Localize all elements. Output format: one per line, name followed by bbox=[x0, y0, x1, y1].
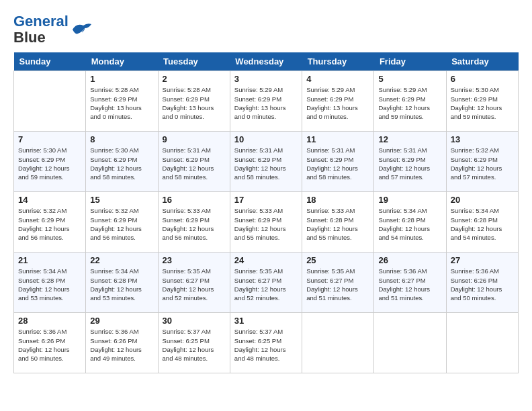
logo-text: GeneralBlue bbox=[13, 13, 69, 46]
calendar-cell: 22Sunrise: 5:34 AMSunset: 6:28 PMDayligh… bbox=[86, 253, 158, 313]
day-number: 23 bbox=[163, 255, 226, 265]
column-header-tuesday: Tuesday bbox=[158, 52, 230, 71]
day-info: Sunrise: 5:36 AMSunset: 6:27 PMDaylight:… bbox=[378, 267, 441, 302]
day-number: 6 bbox=[451, 74, 514, 84]
day-info: Sunrise: 5:37 AMSunset: 6:25 PMDaylight:… bbox=[163, 327, 226, 363]
calendar-cell: 11Sunrise: 5:31 AMSunset: 6:29 PMDayligh… bbox=[302, 132, 374, 192]
day-info: Sunrise: 5:34 AMSunset: 6:28 PMDaylight:… bbox=[378, 206, 441, 242]
calendar-cell: 28Sunrise: 5:36 AMSunset: 6:26 PMDayligh… bbox=[14, 313, 86, 373]
day-number: 25 bbox=[306, 255, 369, 265]
calendar-cell bbox=[446, 313, 518, 373]
day-info: Sunrise: 5:34 AMSunset: 6:28 PMDaylight:… bbox=[451, 206, 514, 242]
day-number: 30 bbox=[163, 316, 226, 326]
day-info: Sunrise: 5:32 AMSunset: 6:29 PMDaylight:… bbox=[18, 206, 81, 242]
day-info: Sunrise: 5:34 AMSunset: 6:28 PMDaylight:… bbox=[90, 267, 153, 302]
calendar-cell: 10Sunrise: 5:31 AMSunset: 6:29 PMDayligh… bbox=[230, 132, 302, 192]
calendar-cell: 5Sunrise: 5:29 AMSunset: 6:29 PMDaylight… bbox=[374, 71, 446, 132]
calendar-week-row: 14Sunrise: 5:32 AMSunset: 6:29 PMDayligh… bbox=[14, 192, 519, 253]
day-number: 11 bbox=[306, 134, 369, 144]
day-number: 1 bbox=[90, 74, 153, 84]
calendar-cell: 29Sunrise: 5:36 AMSunset: 6:26 PMDayligh… bbox=[86, 313, 158, 373]
calendar-cell: 18Sunrise: 5:33 AMSunset: 6:28 PMDayligh… bbox=[302, 192, 374, 253]
calendar-week-row: 28Sunrise: 5:36 AMSunset: 6:26 PMDayligh… bbox=[14, 313, 519, 373]
calendar-cell: 2Sunrise: 5:28 AMSunset: 6:29 PMDaylight… bbox=[158, 71, 230, 132]
day-info: Sunrise: 5:37 AMSunset: 6:25 PMDaylight:… bbox=[234, 327, 298, 363]
day-number: 12 bbox=[378, 134, 441, 144]
calendar-cell: 6Sunrise: 5:30 AMSunset: 6:29 PMDaylight… bbox=[446, 71, 518, 132]
day-number: 4 bbox=[306, 74, 369, 84]
calendar-cell: 14Sunrise: 5:32 AMSunset: 6:29 PMDayligh… bbox=[14, 192, 86, 253]
day-info: Sunrise: 5:35 AMSunset: 6:27 PMDaylight:… bbox=[234, 267, 298, 302]
day-info: Sunrise: 5:31 AMSunset: 6:29 PMDaylight:… bbox=[378, 146, 441, 181]
day-number: 21 bbox=[18, 255, 81, 265]
day-info: Sunrise: 5:35 AMSunset: 6:27 PMDaylight:… bbox=[163, 267, 226, 302]
calendar-header-row: SundayMondayTuesdayWednesdayThursdayFrid… bbox=[14, 52, 519, 71]
calendar-cell: 27Sunrise: 5:36 AMSunset: 6:26 PMDayligh… bbox=[446, 253, 518, 313]
column-header-thursday: Thursday bbox=[302, 52, 374, 71]
calendar-week-row: 7Sunrise: 5:30 AMSunset: 6:29 PMDaylight… bbox=[14, 132, 519, 192]
calendar-week-row: 1Sunrise: 5:28 AMSunset: 6:29 PMDaylight… bbox=[14, 71, 519, 132]
day-info: Sunrise: 5:36 AMSunset: 6:26 PMDaylight:… bbox=[18, 327, 81, 363]
calendar-cell: 13Sunrise: 5:32 AMSunset: 6:29 PMDayligh… bbox=[446, 132, 518, 192]
day-number: 19 bbox=[378, 195, 441, 205]
day-info: Sunrise: 5:30 AMSunset: 6:29 PMDaylight:… bbox=[451, 85, 514, 121]
day-number: 7 bbox=[18, 134, 81, 144]
page-header: GeneralBlue bbox=[13, 13, 519, 46]
column-header-wednesday: Wednesday bbox=[230, 52, 302, 71]
day-number: 3 bbox=[234, 74, 298, 84]
day-number: 17 bbox=[234, 195, 298, 205]
calendar-cell: 23Sunrise: 5:35 AMSunset: 6:27 PMDayligh… bbox=[158, 253, 230, 313]
day-info: Sunrise: 5:31 AMSunset: 6:29 PMDaylight:… bbox=[234, 146, 298, 181]
calendar-cell: 16Sunrise: 5:33 AMSunset: 6:29 PMDayligh… bbox=[158, 192, 230, 253]
calendar-cell: 21Sunrise: 5:34 AMSunset: 6:28 PMDayligh… bbox=[14, 253, 86, 313]
day-number: 22 bbox=[90, 255, 153, 265]
day-number: 18 bbox=[306, 195, 369, 205]
logo: GeneralBlue bbox=[13, 13, 93, 46]
day-number: 10 bbox=[234, 134, 298, 144]
calendar-cell: 24Sunrise: 5:35 AMSunset: 6:27 PMDayligh… bbox=[230, 253, 302, 313]
day-info: Sunrise: 5:31 AMSunset: 6:29 PMDaylight:… bbox=[306, 146, 369, 181]
column-header-sunday: Sunday bbox=[14, 52, 86, 71]
day-number: 31 bbox=[234, 316, 298, 326]
day-info: Sunrise: 5:29 AMSunset: 6:29 PMDaylight:… bbox=[306, 85, 369, 121]
day-number: 24 bbox=[234, 255, 298, 265]
column-header-friday: Friday bbox=[374, 52, 446, 71]
calendar-cell: 20Sunrise: 5:34 AMSunset: 6:28 PMDayligh… bbox=[446, 192, 518, 253]
day-number: 13 bbox=[451, 134, 514, 144]
day-info: Sunrise: 5:36 AMSunset: 6:26 PMDaylight:… bbox=[90, 327, 153, 363]
calendar-cell: 8Sunrise: 5:30 AMSunset: 6:29 PMDaylight… bbox=[86, 132, 158, 192]
day-info: Sunrise: 5:28 AMSunset: 6:29 PMDaylight:… bbox=[163, 85, 226, 121]
calendar-cell: 3Sunrise: 5:29 AMSunset: 6:29 PMDaylight… bbox=[230, 71, 302, 132]
day-number: 14 bbox=[18, 195, 81, 205]
day-number: 8 bbox=[90, 134, 153, 144]
calendar-cell bbox=[302, 313, 374, 373]
day-info: Sunrise: 5:33 AMSunset: 6:28 PMDaylight:… bbox=[306, 206, 369, 242]
calendar-cell: 9Sunrise: 5:31 AMSunset: 6:29 PMDaylight… bbox=[158, 132, 230, 192]
day-number: 20 bbox=[451, 195, 514, 205]
day-info: Sunrise: 5:36 AMSunset: 6:26 PMDaylight:… bbox=[451, 267, 514, 302]
day-number: 2 bbox=[163, 74, 226, 84]
calendar-cell: 31Sunrise: 5:37 AMSunset: 6:25 PMDayligh… bbox=[230, 313, 302, 373]
day-info: Sunrise: 5:31 AMSunset: 6:29 PMDaylight:… bbox=[163, 146, 226, 181]
day-number: 26 bbox=[378, 255, 441, 265]
column-header-saturday: Saturday bbox=[446, 52, 518, 71]
day-number: 27 bbox=[451, 255, 514, 265]
day-info: Sunrise: 5:29 AMSunset: 6:29 PMDaylight:… bbox=[234, 85, 298, 121]
calendar-cell: 15Sunrise: 5:32 AMSunset: 6:29 PMDayligh… bbox=[86, 192, 158, 253]
day-info: Sunrise: 5:35 AMSunset: 6:27 PMDaylight:… bbox=[306, 267, 369, 302]
calendar-cell: 7Sunrise: 5:30 AMSunset: 6:29 PMDaylight… bbox=[14, 132, 86, 192]
calendar-cell: 26Sunrise: 5:36 AMSunset: 6:27 PMDayligh… bbox=[374, 253, 446, 313]
day-number: 16 bbox=[163, 195, 226, 205]
calendar-cell bbox=[14, 71, 86, 132]
calendar-cell bbox=[374, 313, 446, 373]
day-number: 15 bbox=[90, 195, 153, 205]
day-number: 5 bbox=[378, 74, 441, 84]
column-header-monday: Monday bbox=[86, 52, 158, 71]
calendar-cell: 12Sunrise: 5:31 AMSunset: 6:29 PMDayligh… bbox=[374, 132, 446, 192]
day-number: 29 bbox=[90, 316, 153, 326]
day-info: Sunrise: 5:30 AMSunset: 6:29 PMDaylight:… bbox=[90, 146, 153, 181]
day-info: Sunrise: 5:28 AMSunset: 6:29 PMDaylight:… bbox=[90, 85, 153, 121]
day-number: 9 bbox=[163, 134, 226, 144]
calendar-cell: 19Sunrise: 5:34 AMSunset: 6:28 PMDayligh… bbox=[374, 192, 446, 253]
calendar-cell: 1Sunrise: 5:28 AMSunset: 6:29 PMDaylight… bbox=[86, 71, 158, 132]
